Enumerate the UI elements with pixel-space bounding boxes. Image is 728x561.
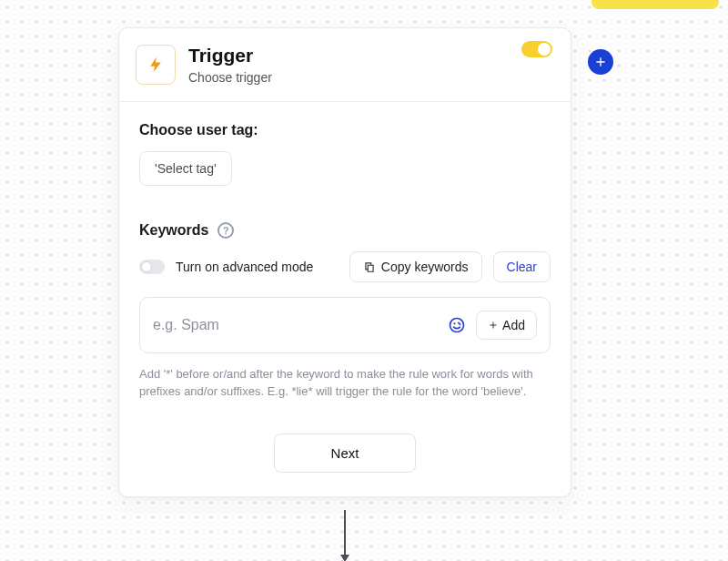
choose-user-tag-label: Choose user tag: — [139, 122, 551, 138]
keywords-input-wrap: Add — [139, 297, 551, 353]
toggle-knob — [141, 261, 152, 272]
bolt-icon — [147, 54, 165, 76]
card-header: Trigger Choose trigger — [119, 28, 571, 102]
add-keyword-button[interactable]: Add — [476, 311, 537, 340]
keywords-input[interactable] — [153, 317, 438, 333]
card-subtitle: Choose trigger — [188, 70, 272, 85]
svg-point-0 — [450, 319, 464, 332]
user-tag-select[interactable]: 'Select tag' — [139, 151, 232, 186]
trigger-icon-tile — [136, 45, 176, 85]
advanced-mode-toggle[interactable] — [139, 260, 165, 274]
trigger-card: Trigger Choose trigger Choose user tag: … — [118, 27, 571, 497]
add-node-button[interactable] — [588, 49, 613, 75]
keywords-hint: Add '*' before or/and after the keyword … — [139, 366, 551, 401]
toggle-knob — [538, 43, 551, 56]
emoji-icon — [448, 316, 466, 334]
clear-keywords-label: Clear — [507, 260, 537, 274]
help-icon[interactable]: ? — [217, 222, 234, 239]
top-yellow-panel-edge — [592, 0, 719, 9]
emoji-picker-button[interactable] — [447, 315, 467, 335]
copy-keywords-button[interactable]: Copy keywords — [349, 251, 482, 282]
next-button[interactable]: Next — [274, 434, 417, 473]
keywords-label: Keywords — [139, 222, 208, 239]
advanced-mode-label: Turn on advanced mode — [176, 260, 339, 274]
add-keyword-label: Add — [502, 318, 525, 332]
copy-icon — [363, 260, 376, 273]
plus-icon — [488, 320, 499, 331]
clear-keywords-button[interactable]: Clear — [493, 251, 551, 282]
card-title: Trigger — [188, 45, 272, 66]
enable-trigger-toggle[interactable] — [521, 41, 552, 57]
flow-arrow-down — [344, 510, 346, 561]
svg-point-1 — [453, 322, 455, 324]
plus-icon — [593, 55, 608, 69]
copy-keywords-label: Copy keywords — [381, 260, 469, 274]
